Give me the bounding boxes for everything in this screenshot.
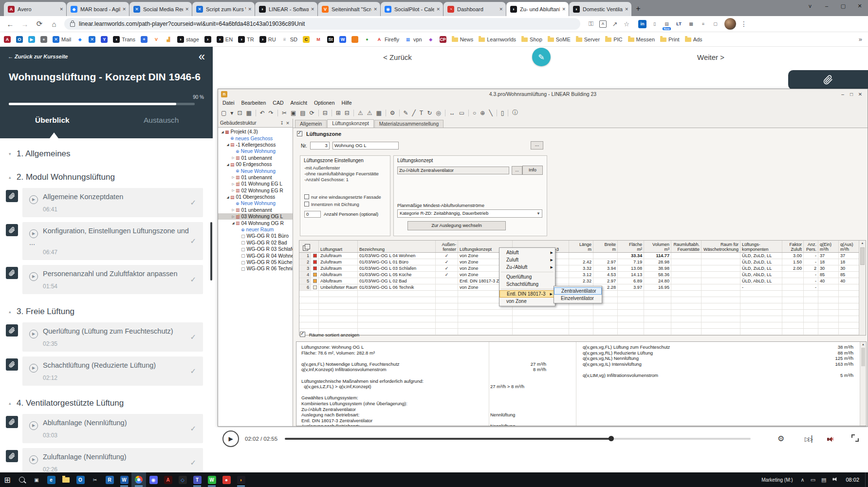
tray-display-icon[interactable]: ▭ (811, 477, 815, 483)
save-icon[interactable]: ▦ (244, 110, 253, 116)
browser-tab[interactable]: ◗Zu- und Abluftanla✕ (506, 2, 569, 16)
bookmark-linear-trans[interactable]: ◗Trans (113, 36, 135, 43)
bookmark-gmail[interactable]: M (315, 36, 322, 43)
undo-icon[interactable]: ↶ (258, 110, 267, 116)
panel-right-icon[interactable]: ⊟ (343, 110, 351, 116)
tree-item[interactable]: ⊕neuer Raum (218, 226, 293, 233)
browser-tab[interactable]: AAvero✕ (4, 2, 66, 16)
concept-more-button[interactable]: ... (512, 166, 522, 175)
share-icon[interactable]: ↗ (609, 20, 621, 28)
bookmark-purple[interactable]: ◆ (427, 36, 434, 43)
column-header[interactable]: Außen-fenster (436, 241, 458, 252)
bookmark-folder-ads[interactable]: Ads (685, 37, 702, 42)
bookmark-blue[interactable]: + (141, 36, 148, 43)
lesson-card[interactable]: ▶Schachtlüftung (Reduzierte Lüftung)02:1… (22, 356, 203, 386)
bookmark-cp[interactable]: CP (440, 36, 446, 43)
tree-item[interactable]: ◢▦Projekt (4.3) (218, 129, 293, 135)
browser-tab[interactable]: ◉SocialPilot - Calend✕ (381, 2, 443, 16)
fullscreen-icon[interactable] (851, 434, 859, 442)
column-header[interactable] (299, 241, 319, 252)
browser-tab[interactable]: ◗Domestic Ventilatio✕ (569, 2, 631, 16)
taskbar-app-snip[interactable]: ✂ (88, 472, 102, 487)
tab-overview[interactable]: Überblick (35, 116, 70, 125)
warning2-icon[interactable]: ⚠ (365, 110, 374, 116)
context-menu-item[interactable]: Zuluft▶ (499, 256, 555, 263)
building-icon[interactable]: ▦ (374, 110, 383, 116)
bookmark-diamond[interactable]: ◆ (76, 36, 83, 43)
tab-search-icon[interactable]: v (802, 3, 818, 9)
panel-left-icon[interactable]: ⊞ (334, 110, 343, 116)
copy-icon[interactable] (303, 245, 308, 251)
playback-speed-icon[interactable]: ▷▷▏ (805, 435, 815, 443)
reading-list-icon[interactable]: ≡ (699, 20, 707, 28)
menu-cad[interactable]: CAD (269, 100, 287, 106)
taskbar-app-edge[interactable]: e (44, 472, 58, 487)
menu-datei[interactable]: Datei (219, 100, 238, 106)
tab-close-icon[interactable]: ✕ (311, 7, 314, 12)
bookmark-linear[interactable]: ◗ (204, 36, 211, 43)
context-menu-item[interactable]: Querlüftung (499, 273, 555, 281)
side-panel-icon[interactable]: ▢ (711, 20, 720, 28)
column-header[interactable]: Flächem² (618, 241, 644, 252)
play-button[interactable]: ▶ (222, 431, 239, 447)
dock-close-icon[interactable]: ✕ (285, 121, 291, 126)
reload-icon[interactable]: ⟳ (32, 19, 47, 28)
bookmark-folder-learnworlds[interactable]: Learnworlds (479, 37, 516, 42)
zone-name-field[interactable]: Wohnung OG L (332, 142, 399, 150)
tree-item[interactable]: ⊕Neue Wohnung (218, 148, 293, 154)
bookmark-folder-pic[interactable]: PIC (605, 37, 622, 42)
bookmark-linear-ru[interactable]: ◗RU (259, 36, 276, 43)
tree-expander-icon[interactable]: ◢ (225, 195, 230, 199)
taskbar-app-chrome[interactable] (131, 472, 146, 487)
zoom-icon[interactable]: ○ (471, 110, 478, 116)
taskbar-app-vs[interactable]: ◇ (175, 472, 190, 487)
bookmark-folder-shop[interactable]: Shop (521, 37, 542, 42)
concept-value-field[interactable]: Zu-/Abluft Zentralventilator (397, 167, 509, 174)
column-header[interactable]: Breitem (593, 241, 618, 252)
table-row[interactable]: 5Abluftraum01/03/WG-OG L 02 BadEntl. DIN… (299, 278, 866, 284)
zoom-plus-icon[interactable]: ⊕ (478, 110, 487, 116)
lesson-card[interactable]: ▶Querlüftung (Lüftung zum Feuchteschutz)… (22, 322, 203, 352)
context-menu-item[interactable]: Zu-/Abluft▶ (499, 263, 555, 271)
open-icon[interactable]: ⊡ (235, 110, 244, 116)
back-to-course-link[interactable]: ← Zurück zur Kursseite (8, 54, 68, 59)
settings-gear-icon[interactable]: ⚙ (777, 434, 784, 443)
tree-expander-icon[interactable]: ▷ (231, 215, 236, 219)
section-header[interactable]: ▴2. Modul Wohnungslüftung (0, 165, 213, 188)
results-scrollbar[interactable]: ▲ (860, 342, 866, 426)
tree-item[interactable]: ◢▤01 Obergeschoss (218, 194, 293, 200)
column-header[interactable]: FaktorZuluft (782, 241, 804, 252)
lesson-card[interactable]: ▶Allgemeine Konzeptdaten06:41✓ (22, 188, 203, 217)
taskbar-clock[interactable]: 08:02 (846, 477, 859, 483)
tab-close-icon[interactable]: ✕ (185, 7, 189, 12)
seek-handle[interactable] (609, 436, 614, 441)
tree-item[interactable]: ▷▥02 Wohnung EG R (218, 187, 293, 194)
bookmark-linear-en[interactable]: ◗EN (217, 36, 233, 43)
lesson-card[interactable]: ▶Abluftanlage (Nennlüftung)03:03✓ (22, 414, 203, 443)
tree-item[interactable]: ◢▥04 Wohnung OG R (218, 220, 293, 226)
pen-icon[interactable]: ✎ (402, 110, 410, 116)
lesson-attachment-badge[interactable] (6, 358, 18, 371)
bookmarks-overflow-icon[interactable]: » (859, 36, 862, 43)
bookmark-outlook[interactable]: O (16, 36, 23, 43)
clipboard-extension-icon[interactable]: ▯ (650, 20, 659, 28)
tree-expander-icon[interactable]: ◢ (231, 221, 236, 225)
table-scrollbar[interactable]: ▲ (859, 241, 866, 335)
browser-tab[interactable]: ✕Social Media Reda✕ (129, 2, 192, 16)
taskbar-app-acrobat[interactable]: A (161, 472, 175, 487)
pin-icon[interactable]: ↧ (279, 121, 285, 126)
seek-bar[interactable] (285, 438, 751, 440)
info-button[interactable]: Info (522, 166, 543, 175)
fit-icon[interactable]: ↔ (447, 110, 457, 116)
player-next-button[interactable]: Weiter > (697, 53, 724, 61)
category-dropdown[interactable]: Kategorie R-ZD: Zeitabhängig, Dauerbetri… (397, 209, 542, 218)
bookmark-orange[interactable] (351, 36, 358, 43)
home-icon[interactable]: ⌂ (47, 20, 61, 28)
menu-bearbeiten[interactable]: Bearbeiten (238, 100, 270, 106)
tree-expander-icon[interactable]: ▷ (231, 182, 236, 186)
menu-hilfe[interactable]: Hilfe (338, 100, 355, 106)
tray-network-icon[interactable]: ▤ (821, 477, 826, 483)
search-button[interactable] (15, 472, 29, 487)
back-icon[interactable]: ← (3, 20, 18, 28)
tree-item[interactable]: ▢WG-OG R 05 Küche (218, 259, 293, 265)
